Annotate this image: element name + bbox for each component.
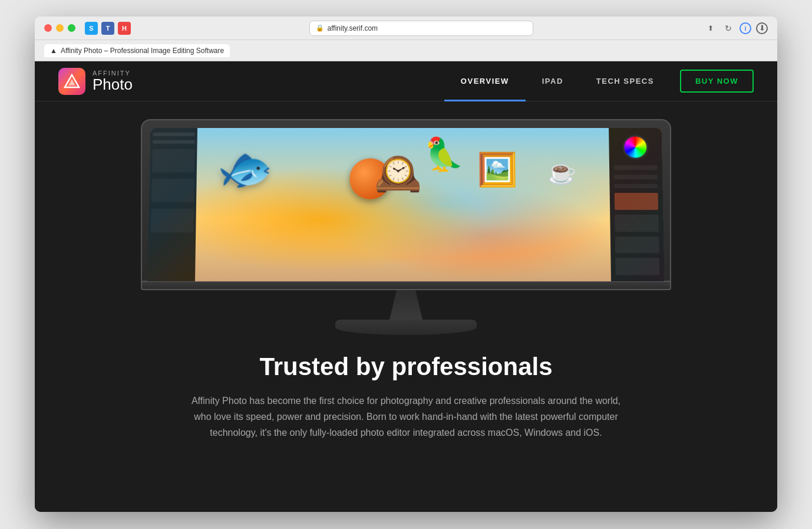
nav-link-tech-specs[interactable]: TECH SPECS [580,61,671,101]
tab-title: Affinity Photo – Professional Image Edit… [61,47,224,55]
logo-photo-text: Photo [93,77,133,92]
info-icon[interactable]: i [740,22,751,34]
nav-link-overview[interactable]: OVERVIEW [444,61,526,101]
monitor-chin [141,282,671,290]
bookmark-icon-s[interactable]: S [85,22,98,35]
bookmark-icon-t[interactable]: T [101,22,114,35]
monitor-screen-outer: 🐟 🕰️ 🦜 🖼️ [141,119,671,282]
site-logo[interactable]: AFFINITY Photo [58,68,133,95]
traffic-lights [44,24,75,32]
webpage: AFFINITY Photo OVERVIEW IPAD TECH SPECS … [35,61,777,512]
close-button[interactable] [44,24,52,32]
artwork-fish: 🐟 [214,139,277,199]
screen-image: 🐟 🕰️ 🦜 🖼️ [148,128,665,281]
url-text: affinity.serif.com [328,24,378,32]
browser-tabbar: ▲ Affinity Photo – Professional Image Ed… [35,40,777,61]
active-tab[interactable]: ▲ Affinity Photo – Professional Image Ed… [44,44,230,57]
hero-section: 🐟 🕰️ 🦜 🖼️ [35,101,777,512]
monitor-stand-base [335,320,477,335]
nav-links: OVERVIEW IPAD TECH SPECS BUY NOW [444,61,754,101]
logo-icon [58,68,85,95]
tab-favicon: ▲ [50,47,57,55]
monitor-container: 🐟 🕰️ 🦜 🖼️ [35,101,777,335]
screen-sidebar-left [148,128,197,281]
browser-window: S T H 🔒 affinity.serif.com ⬆ ↻ i ⬇ ▲ Aff… [35,17,777,512]
affinity-logo-svg [64,73,80,90]
address-bar-container: 🔒 affinity.serif.com [138,21,704,36]
artwork-cup: ☕ [547,158,576,186]
browser-actions-right: ⬆ ↻ i ⬇ [704,22,768,35]
hero-description: Affinity Photo has become the first choi… [182,393,630,441]
lock-icon: 🔒 [316,24,324,32]
monitor-screen: 🐟 🕰️ 🦜 🖼️ [148,128,665,281]
screen-sidebar-right [609,128,664,281]
browser-titlebar: S T H 🔒 affinity.serif.com ⬆ ↻ i ⬇ [35,17,777,40]
hero-title: Trusted by professionals [182,353,630,381]
buy-now-button[interactable]: BUY NOW [680,70,754,93]
artwork-toucan: 🦜 [424,136,464,173]
nav-link-ipad[interactable]: IPAD [526,61,580,101]
address-bar[interactable]: 🔒 affinity.serif.com [309,21,533,36]
monitor-wrapper: 🐟 🕰️ 🦜 🖼️ [141,119,671,335]
site-nav: AFFINITY Photo OVERVIEW IPAD TECH SPECS … [35,61,777,101]
screen-content: 🐟 🕰️ 🦜 🖼️ [195,128,611,281]
reload-icon[interactable]: ↻ [722,22,735,35]
monitor-stand-neck [382,290,430,320]
browser-icons-left: S T H [85,22,131,35]
color-wheel [622,135,649,160]
screen-artwork: 🐟 🕰️ 🦜 🖼️ [195,128,611,281]
artwork-clock-tower: 🕰️ [374,150,422,195]
artwork-frame: 🖼️ [477,150,518,189]
logo-text: AFFINITY Photo [93,70,133,92]
minimize-button[interactable] [56,24,64,32]
bookmark-icon-h[interactable]: H [118,22,131,35]
share-icon[interactable]: ⬆ [704,22,717,35]
maximize-button[interactable] [68,24,75,32]
hero-text: Trusted by professionals Affinity Photo … [170,335,642,465]
download-icon[interactable]: ⬇ [756,22,768,34]
